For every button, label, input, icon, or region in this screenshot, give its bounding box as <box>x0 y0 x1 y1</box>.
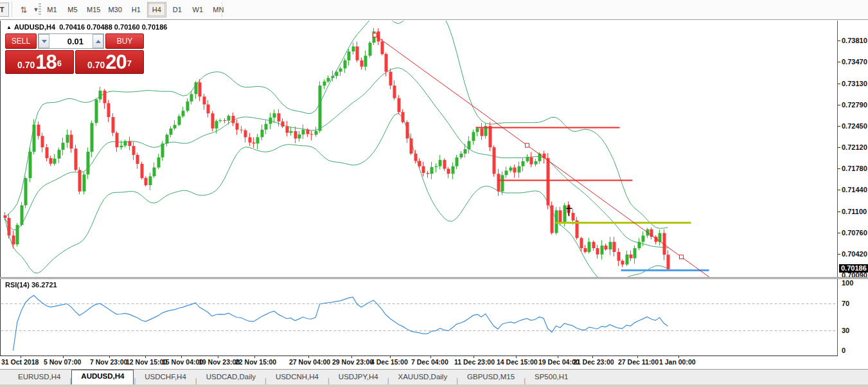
price-tick-label: 0.73470 <box>842 58 867 66</box>
price-tick-mark <box>838 233 840 233</box>
time-axis-label: 1 Jan 00:00 <box>659 358 696 366</box>
buy-quote-sup: 7 <box>127 51 132 76</box>
sell-quote-box[interactable]: 0.70186 <box>5 50 74 74</box>
price-tick-mark <box>838 147 840 148</box>
top-toolbar: T ⇅ ▼ M1M5M15M30H1H4D1W1MN <box>0 0 868 20</box>
time-axis-label: 27 Dec 11:00 <box>618 358 659 366</box>
timeframe-button-h1[interactable]: H1 <box>127 2 146 17</box>
price-tick-label: 0.71780 <box>842 165 867 172</box>
buy-quote-box[interactable]: 0.70207 <box>75 50 144 74</box>
time-axis-label: 29 Nov 23:00 <box>332 358 373 366</box>
chart-tab-sp500-h1[interactable]: SP500,H1 <box>526 371 577 384</box>
toolbar-grip-handle[interactable] <box>39 3 41 16</box>
time-axis-label: 31 Oct 2018 <box>1 358 39 366</box>
volume-stepper: 0.01 <box>38 33 104 49</box>
one-click-trading-panel: SELL 0.01 BUY 0.70186 0.70207 <box>5 33 144 74</box>
sell-button[interactable]: SELL <box>5 33 37 49</box>
rsi-indicator-plot[interactable] <box>0 279 837 356</box>
chart-tab-usdcnh-h4[interactable]: USDCNH,H4 <box>267 371 328 384</box>
chart-tab-usdchf-h4[interactable]: USDCHF,H4 <box>136 371 195 384</box>
chart-tab-xauusd-daily[interactable]: XAUUSD,Daily <box>389 371 456 384</box>
volume-value[interactable]: 0.01 <box>49 34 93 48</box>
price-tick-label: 0.72120 <box>842 143 867 151</box>
price-tick-label: 0.70420 <box>842 250 867 258</box>
chart-tab-bar: EURUSD,H4|AUDUSD,H4|USDCHF,H4|USDCAD,Dai… <box>0 370 868 384</box>
volume-increase-button[interactable] <box>93 34 103 48</box>
time-axis-tick <box>558 356 558 358</box>
price-tick-mark <box>838 62 840 62</box>
time-axis-tick <box>109 356 110 358</box>
time-axis-tick <box>63 356 64 358</box>
time-axis-tick <box>145 356 146 358</box>
time-axis-tick <box>181 356 182 358</box>
time-axis-tick <box>430 356 431 358</box>
chart-tab-audusd-h4[interactable]: AUDUSD,H4 <box>71 370 134 384</box>
price-tick-label: 0.71100 <box>842 208 867 215</box>
window-bottom-edge <box>0 384 868 387</box>
price-tick-label: 0.72450 <box>842 122 867 130</box>
buy-button[interactable]: BUY <box>105 33 144 49</box>
chart-symbol-label: AUDUSD,H4 <box>14 23 55 31</box>
time-axis-label: 12 Nov 15:00 <box>126 358 167 366</box>
chart-tab-gbpusd-m15[interactable]: GBPUSD,M15 <box>458 371 524 384</box>
rsi-chart-canvas[interactable] <box>1 279 837 356</box>
triangle-up-icon <box>96 40 101 43</box>
time-axis-label: 7 Nov 23:00 <box>90 358 127 366</box>
time-axis[interactable]: 31 Oct 20185 Nov 07:007 Nov 23:0012 Nov … <box>0 356 868 369</box>
timeframe-button-h4[interactable]: H4 <box>147 2 166 17</box>
time-axis-tick <box>308 356 309 358</box>
time-axis-label: 14 Dec 15:00 <box>497 358 538 366</box>
chart-tab-usdjpy-h4[interactable]: USDJPY,H4 <box>330 371 387 384</box>
time-axis-tick <box>637 356 638 358</box>
timeframe-button-w1[interactable]: W1 <box>188 2 208 17</box>
price-tick-label: 0.71440 <box>842 186 867 194</box>
time-axis-tick <box>351 356 352 358</box>
sell-quote-prefix: 0.70 <box>17 58 35 72</box>
time-axis-label: 22 Nov 15:00 <box>235 358 276 366</box>
time-axis-tick <box>678 356 679 358</box>
price-tick-mark <box>838 212 840 212</box>
time-axis-tick <box>218 356 218 358</box>
arrows-tool-icon[interactable]: ⇅ <box>15 3 32 17</box>
time-axis-label: 19 Nov 23:00 <box>199 358 240 366</box>
price-tick-label: 0.73130 <box>842 80 867 87</box>
price-tick-mark <box>838 126 840 127</box>
expand-triangle-icon[interactable]: ▲ <box>6 24 12 30</box>
price-tick-mark <box>838 40 840 41</box>
time-axis-label: 7 Dec 04:00 <box>411 358 448 366</box>
timeframe-buttons: M1M5M15M30H1H4D1W1MN <box>42 2 228 18</box>
time-axis-tick <box>390 356 391 358</box>
chart-tab-eurusd-h4[interactable]: EURUSD,H4 <box>9 371 69 384</box>
chart-tab-usdcad-daily[interactable]: USDCAD,Daily <box>197 371 265 384</box>
toolbar-separator <box>222 2 222 17</box>
rsi-level-label: 30 <box>842 327 849 334</box>
buy-quote-big: 20 <box>105 53 126 72</box>
rsi-level-label: 70 <box>842 300 849 307</box>
timeframe-button-d1[interactable]: D1 <box>168 2 187 17</box>
price-tick-label: 0.73810 <box>842 37 867 44</box>
sell-quote-big: 18 <box>35 53 56 72</box>
time-axis-tick <box>516 356 517 358</box>
rsi-level-label: 100 <box>842 279 853 287</box>
time-axis-tick <box>254 356 255 358</box>
time-axis-tick <box>21 356 21 358</box>
price-tick-mark <box>838 168 840 169</box>
chart-ohlc-label: 0.70416 0.70488 0.70160 0.70186 <box>59 23 167 31</box>
timeframe-button-m15[interactable]: M15 <box>84 2 103 17</box>
volume-decrease-button[interactable] <box>39 34 49 48</box>
time-axis-label: 11 Dec 23:00 <box>454 358 495 366</box>
time-axis-label: 4 Dec 15:00 <box>371 358 408 366</box>
timeframe-button-m30[interactable]: M30 <box>105 2 125 17</box>
time-axis-tick <box>592 356 593 358</box>
timeframe-button-mn[interactable]: MN <box>209 2 228 17</box>
rsi-indicator-label: RSI(14) 36.2721 <box>5 281 57 289</box>
price-tick-mark <box>838 105 840 105</box>
chart-title: ▲AUDUSD,H4 0.70416 0.70488 0.70160 0.701… <box>6 23 167 31</box>
timeframe-button-m5[interactable]: M5 <box>63 2 82 17</box>
text-tool-icon[interactable]: T <box>0 3 9 17</box>
time-axis-label: 15 Nov 04:00 <box>162 358 203 366</box>
price-tick-label: 0.72790 <box>842 101 867 109</box>
timeframe-button-m1[interactable]: M1 <box>42 2 62 17</box>
time-axis-label: 27 Nov 04:00 <box>289 358 330 366</box>
price-tick-label: 0.70760 <box>842 229 867 237</box>
